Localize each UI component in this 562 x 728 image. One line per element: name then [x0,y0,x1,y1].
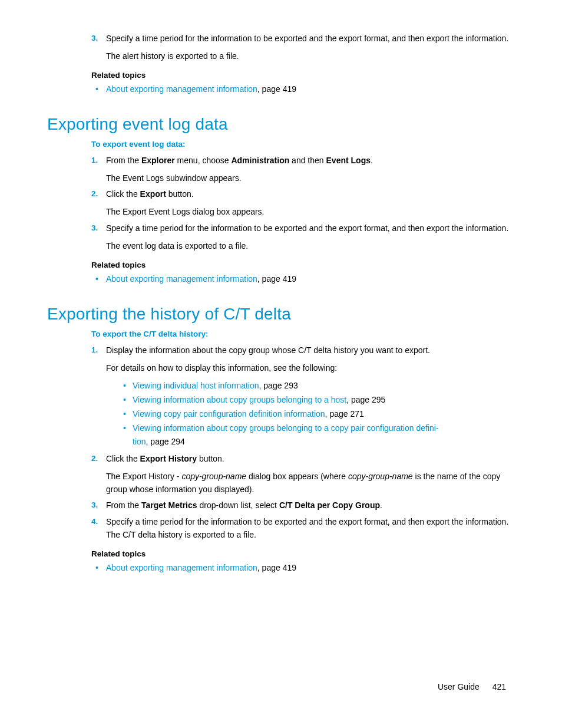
related-topics-heading: Related topics [91,71,515,80]
page-ref: , page 294 [146,437,185,446]
step-number: 3. [91,222,98,235]
step-result: The Export History - copy-group-name dia… [106,470,515,496]
step-2: 2. Click the Export button. The Export E… [91,188,515,218]
step-1: 1. Display the information about the cop… [91,344,515,449]
page-number: 421 [492,682,506,691]
related-link[interactable]: About exporting management information [106,84,257,94]
step-text: Specify a time period for the informatio… [106,34,508,43]
page-ref: , page 271 [325,409,364,419]
step-3: 3. Specify a time period for the informa… [91,222,515,252]
step-number: 2. [91,453,98,465]
sublink-item: Viewing individual host information, pag… [121,379,515,393]
step-text: From the Target Metrics drop-down list, … [106,500,382,510]
related-item: About exporting management information, … [91,273,515,286]
step-detail: For details on how to display this infor… [106,362,515,375]
related-page-ref: , page 419 [257,563,296,572]
step-text: Display the information about the copy g… [106,345,430,355]
related-topics-heading: Related topics [91,261,515,269]
procedure-intro: To export event log data: [91,140,515,149]
section-heading-event-log: Exporting event log data [47,115,515,134]
step-text: Specify a time period for the informatio… [106,223,508,233]
cross-ref-link[interactable]: Viewing individual host information [133,381,259,390]
step-text: Click the Export History button. [106,454,224,463]
related-page-ref: , page 419 [257,274,296,284]
sublink-item: Viewing copy pair configuration definiti… [121,407,515,421]
sublink-item: Viewing information about copy groups be… [121,421,515,450]
sublink-item: Viewing information about copy groups be… [121,393,515,407]
step-2: 2. Click the Export History button. The … [91,453,515,496]
step-result: The Export Event Logs dialog box appears… [106,206,515,219]
page-ref: , page 295 [346,395,385,404]
step-number: 3. [91,32,98,45]
step-number: 1. [91,344,98,357]
step-result: The event log data is exported to a file… [106,240,515,253]
step-number: 4. [91,516,98,528]
page-footer: User Guide 421 [438,682,506,691]
related-item: About exporting management information, … [91,83,515,96]
section-heading-ct-delta: Exporting the history of C/T delta [47,305,515,324]
prev-step-3: 3. Specify a time period for the informa… [91,32,515,62]
related-item: About exporting management information, … [91,562,515,575]
related-topics-heading: Related topics [91,549,515,558]
step-number: 3. [91,499,98,512]
cross-ref-link[interactable]: Viewing copy pair configuration definiti… [133,409,325,419]
step-number: 1. [91,154,98,167]
step-text: Click the Export button. [106,189,194,199]
step-result: The alert history is exported to a file. [106,50,515,63]
step-4: 4. Specify a time period for the informa… [91,516,515,541]
footer-label: User Guide [438,682,480,691]
step-1: 1. From the Explorer menu, choose Admini… [91,154,515,185]
related-link[interactable]: About exporting management information [106,563,257,572]
step-result: The Event Logs subwindow appears. [106,172,515,185]
cross-ref-link[interactable]: Viewing information about copy groups be… [133,395,346,404]
related-link[interactable]: About exporting management information [106,274,257,284]
page-ref: , page 293 [259,381,298,390]
step-text: Specify a time period for the informatio… [106,517,508,539]
step-text: From the Explorer menu, choose Administr… [106,156,373,165]
procedure-intro: To export the C/T delta history: [91,330,515,338]
step-number: 2. [91,188,98,200]
related-page-ref: , page 419 [257,84,296,94]
step-3: 3. From the Target Metrics drop-down lis… [91,499,515,512]
